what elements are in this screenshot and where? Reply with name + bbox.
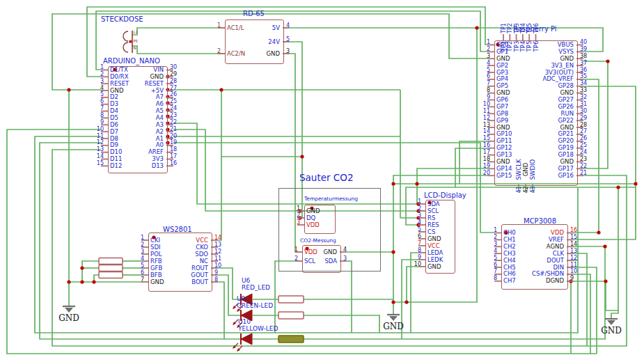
pin-name: VDD — [503, 230, 564, 236]
pin-number: 2 — [88, 71, 104, 77]
led-green-ref: U9 — [237, 295, 245, 302]
pin-number: 1 — [129, 235, 144, 241]
pin-name: A7 — [110, 94, 164, 100]
pin-number: 2 — [475, 46, 490, 52]
pin-number: 6 — [88, 98, 104, 104]
steckdose-connector — [123, 42, 128, 52]
pin-number: 14 — [475, 128, 490, 134]
pin-number: 9 — [406, 254, 421, 260]
schematic-canvas[interactable]: L1PEN STECKDOSE RD-65 ARDUINO_NANO Raspb… — [0, 0, 644, 362]
pin-number: 18 — [170, 146, 177, 152]
pin-name: GND — [496, 56, 574, 62]
pin-number: 22 — [580, 163, 587, 169]
pin-number: 2 — [406, 205, 421, 212]
pin-name: VCC — [150, 237, 208, 244]
pin-number: 24 — [580, 149, 587, 155]
pin-name: GP28 — [496, 83, 574, 89]
pin-name: DIN — [503, 265, 564, 271]
pin-name: CS — [427, 229, 435, 235]
junction-dot — [405, 300, 408, 304]
pin-number: 11 — [475, 108, 490, 114]
wire — [82, 261, 99, 282]
junction-dot — [391, 182, 395, 185]
pin-number: 31 — [580, 101, 587, 107]
pin-number: 15 — [570, 234, 577, 240]
pin-name: RUN — [496, 111, 574, 117]
pin-number: 23 — [170, 112, 177, 118]
pin-number: 37 — [580, 60, 587, 66]
steckdose-pin-label: N — [134, 46, 136, 50]
pin-number: 12 — [570, 255, 577, 261]
pin-number: 15 — [475, 135, 490, 141]
pin-number: 4 — [475, 60, 490, 66]
pin-number: 6 — [406, 233, 421, 239]
pin-name: CKO — [150, 244, 208, 251]
pin-name: GND — [496, 90, 574, 96]
rd65-title: RD-65 — [225, 10, 283, 17]
pin-number: 32 — [580, 94, 587, 100]
ground-label-left: GND — [54, 313, 84, 323]
pin-name: A0 — [110, 142, 164, 148]
junction-dot — [475, 26, 478, 29]
pin-number: 39 — [580, 46, 587, 52]
pin-number: 1 — [205, 22, 221, 29]
pin-number: 20 — [475, 170, 490, 176]
pin-name: A1 — [110, 136, 164, 142]
pin-number: 11 — [88, 133, 104, 139]
pin-number: 12 — [214, 249, 221, 255]
sauter-co2-frame[interactable] — [278, 188, 381, 272]
wire — [407, 267, 418, 302]
pin-number: 41 — [516, 184, 522, 196]
pin-name: A6 — [110, 101, 164, 107]
pin-number: 5 — [475, 67, 490, 73]
pin-number: 8 — [406, 247, 421, 253]
pin-name: GP20 — [496, 138, 574, 144]
pin-name: GP22 — [496, 118, 574, 124]
pin-name: SCL — [427, 208, 439, 214]
junction-dot — [603, 244, 606, 248]
pin-number: 7 — [482, 268, 497, 274]
pin-number: 9 — [475, 94, 490, 100]
ground-symbol-right — [607, 320, 615, 325]
pin-number: 5 — [482, 255, 497, 261]
wire — [132, 28, 225, 35]
pin-name: DOUT — [503, 258, 564, 264]
pin-number: 34 — [580, 80, 587, 86]
junction-dot — [80, 266, 84, 269]
pin-name: RESET — [110, 81, 164, 87]
pin-name: AREF — [110, 149, 164, 155]
pin-number: 3 — [475, 53, 490, 59]
pin-name: 5V — [227, 25, 280, 31]
pin-name: GP26 — [496, 104, 574, 110]
pin-number: 5 — [286, 36, 290, 42]
pin-number: 3 — [286, 48, 290, 54]
pin-number: TP1 — [501, 19, 507, 38]
pin-name: DGND — [503, 278, 564, 284]
pin-number: 6 — [129, 269, 144, 276]
pin-name: ROUT — [150, 265, 208, 272]
pin-number: 19 — [475, 163, 490, 169]
pin-number: 4 — [88, 85, 104, 91]
led-red-ref: U6 — [242, 277, 250, 284]
junction-dot — [391, 300, 395, 304]
pin-name: RES — [427, 222, 439, 228]
pin-number: 28 — [170, 78, 177, 84]
pin-number: 17 — [475, 149, 490, 155]
pin-number: 10 — [214, 262, 221, 269]
pin-number: TP6 — [533, 19, 539, 38]
pin-name: CLK — [503, 251, 564, 257]
pin-number: 30 — [580, 108, 587, 114]
pin-number: 5 — [406, 226, 421, 233]
pin-number: TP2 — [507, 19, 513, 38]
pin-number: 14 — [214, 235, 221, 241]
pin-number: 13 — [214, 242, 221, 248]
pin-number: 13 — [570, 248, 577, 254]
resistor — [278, 312, 304, 319]
pin-number: 19 — [170, 139, 177, 145]
pin-name: SDA — [427, 201, 440, 207]
pin-number: 30 — [170, 64, 177, 70]
pin-number: 25 — [580, 142, 587, 148]
ground-label-middle: GND — [378, 322, 409, 331]
pin-number: 4 — [286, 22, 290, 29]
pin-number: 12 — [475, 115, 490, 121]
